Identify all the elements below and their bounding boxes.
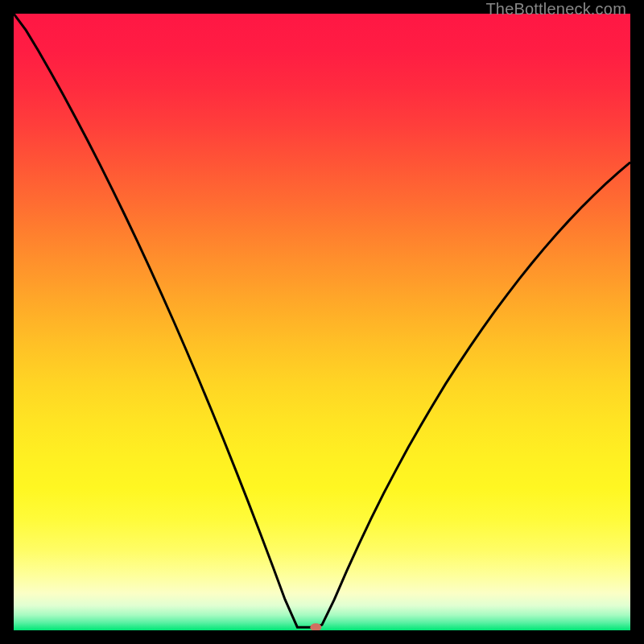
watermark-text: TheBottleneck.com <box>485 0 626 19</box>
bottleneck-chart <box>14 14 630 630</box>
chart-frame <box>14 14 630 630</box>
chart-background <box>14 14 630 630</box>
